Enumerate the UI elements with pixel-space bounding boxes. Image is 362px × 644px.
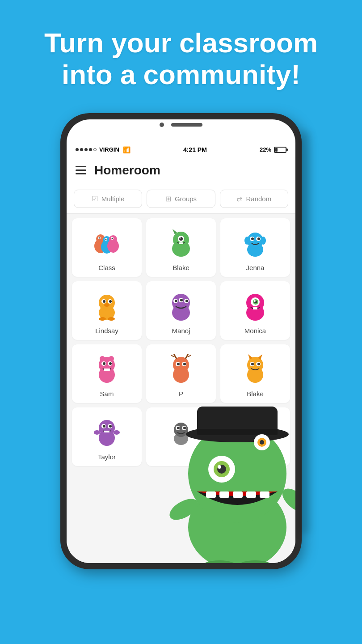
svg-rect-18 <box>179 242 183 244</box>
student-grid: Class <box>67 214 295 470</box>
hamburger-line-1 <box>76 166 86 167</box>
blake1-label: Blake <box>173 264 189 271</box>
p-label: P <box>179 390 183 398</box>
hamburger-line-2 <box>76 169 86 171</box>
jenna-avatar <box>237 225 273 260</box>
svg-point-41 <box>175 300 177 302</box>
sam-label: Sam <box>100 390 114 398</box>
svg-point-68 <box>177 363 180 365</box>
monica-label: Monica <box>244 327 266 335</box>
multiple-button[interactable]: ☑ Multiple <box>74 190 142 208</box>
battery-percent: 22% <box>260 146 271 153</box>
svg-line-65 <box>188 355 191 357</box>
taylor-label: Taylor <box>98 453 116 461</box>
svg-point-77 <box>257 363 260 365</box>
svg-point-43 <box>185 300 188 302</box>
svg-point-116 <box>278 484 295 517</box>
blake2-avatar <box>237 351 273 386</box>
svg-point-76 <box>251 363 254 365</box>
svg-rect-113 <box>246 491 256 498</box>
dot3 <box>84 148 88 151</box>
svg-point-84 <box>103 425 105 428</box>
manoj-avatar <box>163 288 199 323</box>
phone-mockup: VIRGIN 📶 4:21 PM 22% <box>0 104 362 569</box>
toolbar: ☑ Multiple ⊞ Groups ⇄ Random <box>67 184 295 214</box>
list-item[interactable]: P <box>146 344 216 403</box>
hero-title: Turn your classroom into a community! <box>27 27 335 91</box>
svg-point-22 <box>261 237 266 245</box>
svg-point-96 <box>254 426 258 430</box>
random-icon: ⇄ <box>236 195 242 203</box>
list-item[interactable]: Taylor <box>72 407 142 466</box>
extra1-avatar <box>163 414 199 449</box>
svg-point-115 <box>166 495 202 524</box>
list-item[interactable] <box>220 407 290 466</box>
groups-icon: ⊞ <box>165 195 171 203</box>
list-item[interactable]: Lindsay <box>72 281 142 340</box>
svg-rect-59 <box>104 369 110 371</box>
svg-point-71 <box>247 357 263 373</box>
list-item[interactable]: Class <box>72 218 142 277</box>
svg-rect-112 <box>233 491 243 498</box>
svg-point-25 <box>251 237 254 240</box>
list-item[interactable] <box>146 407 216 466</box>
svg-point-92 <box>183 427 186 429</box>
svg-point-49 <box>254 300 256 302</box>
svg-rect-50 <box>253 307 257 309</box>
svg-point-3 <box>99 237 100 238</box>
status-left: VIRGIN 📶 <box>76 146 130 153</box>
monica-avatar <box>237 288 273 323</box>
app-title: Homeroom <box>94 163 160 178</box>
carrier-name: VIRGIN <box>99 146 119 153</box>
svg-point-117 <box>202 560 237 563</box>
svg-point-42 <box>180 299 183 301</box>
svg-point-91 <box>177 427 180 429</box>
random-button[interactable]: ⇄ Random <box>220 190 288 208</box>
svg-point-21 <box>244 237 250 245</box>
status-bar: VIRGIN 📶 4:21 PM 22% <box>67 143 295 157</box>
svg-point-33 <box>104 303 109 307</box>
list-item[interactable]: Sam <box>72 344 142 403</box>
phone-body: VIRGIN 📶 4:21 PM 22% <box>60 113 302 569</box>
svg-point-17 <box>180 237 181 238</box>
svg-line-63 <box>171 355 174 357</box>
svg-point-31 <box>103 300 105 303</box>
blake1-avatar <box>163 225 199 260</box>
list-item[interactable]: Manoj <box>146 281 216 340</box>
svg-point-32 <box>109 300 112 303</box>
svg-point-88 <box>174 423 188 437</box>
svg-point-58 <box>109 362 112 365</box>
svg-rect-111 <box>219 491 229 498</box>
svg-point-85 <box>109 425 112 428</box>
list-item[interactable]: Blake <box>146 218 216 277</box>
dot2 <box>80 148 83 151</box>
signal-strength <box>76 148 97 151</box>
app-screen: Homeroom ☑ Multiple ⊞ Groups ⇄ Random <box>67 157 295 563</box>
class-avatar <box>89 225 125 260</box>
svg-point-97 <box>254 426 256 428</box>
wifi-icon: 📶 <box>123 146 130 153</box>
svg-line-64 <box>185 354 188 359</box>
manoj-label: Manoj <box>172 327 190 335</box>
p-avatar <box>163 351 199 386</box>
status-right: 22% <box>260 146 286 153</box>
random-label: Random <box>246 195 271 203</box>
svg-point-118 <box>237 560 273 563</box>
svg-point-61 <box>173 357 189 373</box>
svg-point-28 <box>99 295 115 311</box>
svg-point-7 <box>105 238 107 240</box>
svg-point-53 <box>100 356 105 361</box>
list-item[interactable]: Monica <box>220 281 290 340</box>
list-item[interactable]: Blake <box>220 344 290 403</box>
svg-point-26 <box>257 237 260 240</box>
svg-point-11 <box>112 237 113 239</box>
list-item[interactable]: Jenna <box>220 218 290 277</box>
menu-button[interactable] <box>76 166 86 174</box>
groups-button[interactable]: ⊞ Groups <box>147 190 215 208</box>
phone-notch <box>60 113 302 136</box>
battery-fill <box>275 148 278 152</box>
svg-rect-110 <box>206 491 216 498</box>
svg-point-54 <box>109 356 114 361</box>
groups-label: Groups <box>175 195 197 203</box>
svg-rect-86 <box>104 431 109 432</box>
